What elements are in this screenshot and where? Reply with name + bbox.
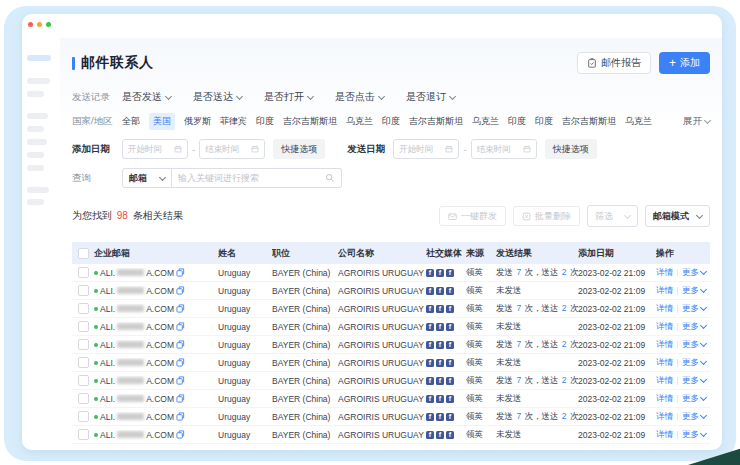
sidebar-item-placeholder[interactable] [27, 199, 44, 205]
sidebar-item-placeholder[interactable] [27, 113, 48, 119]
copy-icon[interactable] [176, 322, 185, 331]
country-tag[interactable]: 乌克兰 [625, 115, 652, 128]
detail-link[interactable]: 详情 [656, 285, 673, 297]
row-checkbox[interactable] [78, 357, 89, 368]
sidebar-item-placeholder[interactable] [27, 78, 50, 84]
sidebar-item-placeholder[interactable] [27, 187, 49, 193]
facebook-icon[interactable]: f [446, 269, 454, 277]
facebook-icon[interactable]: f [426, 269, 434, 277]
mailbox-mode-select[interactable]: 邮箱模式 [645, 205, 710, 227]
facebook-icon[interactable]: f [446, 323, 454, 331]
facebook-icon[interactable]: f [446, 341, 454, 349]
row-checkbox[interactable] [78, 285, 89, 296]
detail-link[interactable]: 详情 [656, 303, 673, 315]
facebook-icon[interactable]: f [426, 413, 434, 421]
more-link[interactable]: 更多 [682, 339, 706, 351]
facebook-icon[interactable]: f [426, 431, 434, 439]
send-date-start-input[interactable] [393, 139, 459, 159]
country-tag[interactable]: 印度 [382, 115, 400, 128]
country-tag[interactable]: 印度 [535, 115, 553, 128]
more-link[interactable]: 更多 [682, 321, 706, 333]
minimize-button[interactable] [37, 22, 42, 27]
query-type-select[interactable]: 邮箱 [122, 168, 172, 188]
country-tag[interactable]: 菲律宾 [220, 115, 247, 128]
facebook-icon[interactable]: f [426, 305, 434, 313]
sidebar-item-placeholder[interactable] [27, 152, 44, 158]
more-link[interactable]: 更多 [682, 393, 706, 405]
filter-select[interactable]: 筛选 [587, 205, 638, 227]
close-button[interactable] [28, 22, 33, 27]
sidebar-item-placeholder[interactable] [27, 91, 44, 97]
select-all-checkbox[interactable] [78, 248, 89, 259]
more-link[interactable]: 更多 [682, 357, 706, 369]
send-record-filter[interactable]: 是否点击 [335, 90, 384, 104]
add-date-start-input[interactable] [122, 139, 188, 159]
row-checkbox[interactable] [78, 267, 89, 278]
more-link[interactable]: 更多 [682, 285, 706, 297]
maximize-button[interactable] [46, 22, 51, 27]
row-checkbox[interactable] [78, 303, 89, 314]
send-date-end-field[interactable] [477, 144, 520, 154]
mass-send-button[interactable]: 一键群发 [439, 206, 506, 226]
facebook-icon[interactable]: f [446, 431, 454, 439]
send-record-filter[interactable]: 是否发送 [122, 90, 171, 104]
copy-icon[interactable] [176, 430, 185, 439]
detail-link[interactable]: 详情 [656, 339, 673, 351]
facebook-icon[interactable]: f [446, 305, 454, 313]
row-checkbox[interactable] [78, 429, 89, 440]
send-record-filter[interactable]: 是否打开 [264, 90, 313, 104]
send-date-start-field[interactable] [399, 144, 442, 154]
facebook-icon[interactable]: f [436, 341, 444, 349]
facebook-icon[interactable]: f [446, 377, 454, 385]
copy-icon[interactable] [176, 412, 185, 421]
send-record-filter[interactable]: 是否退订 [406, 90, 455, 104]
batch-delete-button[interactable]: 批量删除 [513, 206, 580, 226]
facebook-icon[interactable]: f [426, 341, 434, 349]
country-tag[interactable]: 乌克兰 [472, 115, 499, 128]
copy-icon[interactable] [176, 340, 185, 349]
copy-icon[interactable] [176, 376, 185, 385]
send-date-quick-options-button[interactable]: 快捷选项 [545, 139, 597, 159]
keyword-search-input[interactable] [172, 168, 342, 188]
send-record-filter[interactable]: 是否送达 [193, 90, 242, 104]
country-tag-active[interactable]: 美国 [149, 113, 175, 130]
more-link[interactable]: 更多 [682, 267, 706, 279]
facebook-icon[interactable]: f [436, 377, 444, 385]
detail-link[interactable]: 详情 [656, 411, 673, 423]
sidebar-item-placeholder[interactable] [27, 126, 44, 132]
facebook-icon[interactable]: f [446, 395, 454, 403]
row-checkbox[interactable] [78, 375, 89, 386]
facebook-icon[interactable]: f [436, 305, 444, 313]
keyword-search-field[interactable] [178, 173, 321, 183]
add-date-end-input[interactable] [199, 139, 265, 159]
send-date-end-input[interactable] [471, 139, 537, 159]
add-date-quick-options-button[interactable]: 快捷选项 [273, 139, 325, 159]
country-tag[interactable]: 印度 [508, 115, 526, 128]
row-checkbox[interactable] [78, 339, 89, 350]
facebook-icon[interactable]: f [426, 395, 434, 403]
expand-toggle[interactable]: 展开 [683, 115, 710, 128]
more-link[interactable]: 更多 [682, 429, 706, 441]
more-link[interactable]: 更多 [682, 303, 706, 315]
facebook-icon[interactable]: f [436, 269, 444, 277]
add-button[interactable]: + 添加 [659, 52, 710, 74]
country-tag[interactable]: 乌克兰 [346, 115, 373, 128]
row-checkbox[interactable] [78, 411, 89, 422]
country-tag[interactable]: 吉尔吉斯斯坦 [409, 115, 463, 128]
facebook-icon[interactable]: f [436, 323, 444, 331]
facebook-icon[interactable]: f [426, 359, 434, 367]
country-tag[interactable]: 吉尔吉斯斯坦 [283, 115, 337, 128]
row-checkbox[interactable] [78, 393, 89, 404]
copy-icon[interactable] [176, 394, 185, 403]
detail-link[interactable]: 详情 [656, 357, 673, 369]
facebook-icon[interactable]: f [446, 287, 454, 295]
sidebar-item-placeholder[interactable] [27, 165, 44, 171]
country-tag[interactable]: 俄罗斯 [184, 115, 211, 128]
detail-link[interactable]: 详情 [656, 321, 673, 333]
detail-link[interactable]: 详情 [656, 375, 673, 387]
facebook-icon[interactable]: f [436, 359, 444, 367]
country-tag[interactable]: 全部 [122, 115, 140, 128]
more-link[interactable]: 更多 [682, 411, 706, 423]
facebook-icon[interactable]: f [446, 413, 454, 421]
more-link[interactable]: 更多 [682, 375, 706, 387]
